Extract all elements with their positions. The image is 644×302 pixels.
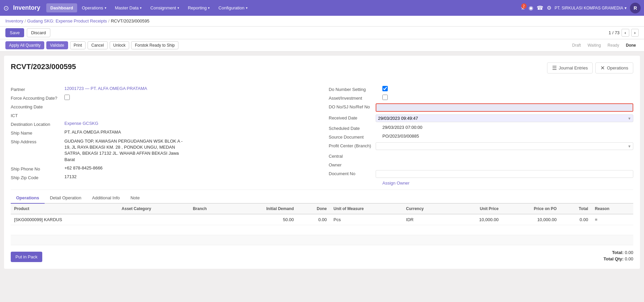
breadcrumb-current: RCVT/2023/000595 [111,18,149,23]
ict-row: ICT [11,111,315,119]
source-document-label: Source Document [329,134,382,140]
breadcrumb-receipt-list[interactable]: Gudang SKG: Expense Product Receipts [27,18,107,23]
action-status-row: Apply All Quantity Validate Print Cancel… [0,39,644,52]
scheduled-date-row: Scheduled Date 29/03/2023 07:00:00 [329,123,633,132]
total-value: 0.00 [625,250,633,255]
ict-label: ICT [11,112,64,118]
destination-location-value[interactable]: Expense GCSKG [64,121,315,126]
cell-uom: Pcs [330,214,402,225]
received-date-label: Received Date [329,114,376,120]
clock-icon[interactable]: ◉ [529,5,533,11]
document-no-input[interactable] [376,170,633,178]
save-discard-bar: Save Discard 1 / 73 ‹ › [0,27,644,39]
col-currency: Currency [403,204,451,214]
col-done: Done [297,204,330,214]
nav-item-master-data[interactable]: Master Data ▾ [111,3,146,12]
table-row: [SKG0000099] KARDUS 50.00 0.00 Pcs IDR 1… [11,214,633,225]
apply-all-quantity-button[interactable]: Apply All Quantity [5,41,44,49]
forstok-button[interactable]: Forstok Ready to Ship [131,41,178,49]
profit-center-wrap: ▼ [376,142,633,150]
table-empty-row-2 [11,235,633,245]
cell-price-on-po: 10,000.00 [502,214,560,225]
ship-name-value: PT. ALFA OMEGA PRATAMA [64,130,315,135]
profit-center-label: Profit Center (Branch) [329,142,376,149]
col-product: Product [11,204,118,214]
total-label: Total: [597,250,624,255]
grid-icon[interactable]: ⊙ [3,4,9,12]
scheduled-date-value: 29/03/2023 07:00:00 [382,125,633,130]
nav-item-dashboard[interactable]: Dashboard [46,3,77,12]
ship-phone-row: Ship Phone No +62 878-8425-8666 [11,164,315,173]
activity-badge: 2 [521,3,527,9]
force-accounting-row: Force Accounting Date? [11,93,315,102]
col-branch: Branch [190,204,230,214]
record-title: RCVT/2023/000595 [11,62,76,71]
scheduled-date-label: Scheduled Date [329,125,382,131]
chat-icon[interactable]: ☎ [537,5,543,11]
cell-asset-category [118,214,190,225]
profit-center-row: Profit Center (Branch) ▼ [329,141,633,151]
destination-location-row: Destination Location Expense GCSKG [11,119,315,128]
nav-item-operations[interactable]: Operations ▾ [78,3,110,12]
ship-address-value: GUDANG TOP, KAWASAN PERGUDANGAN WSK BLOK… [64,138,185,163]
settings-icon[interactable]: ⚙ [547,5,551,11]
assign-owner-link[interactable]: Assign Owner [382,181,410,186]
asset-investment-checkbox[interactable] [382,95,388,100]
discard-button[interactable]: Discard [27,28,50,37]
owner-row: Owner [329,160,633,169]
table-header: Product Asset Category Branch Initial De… [11,204,633,214]
print-button[interactable]: Print [70,41,86,49]
pagination-prev[interactable]: ‹ [622,29,629,37]
col-uom: Unit of Measure [330,204,402,214]
operations-button[interactable]: ✕ Operations [595,62,633,73]
app-title: Inventory [13,4,40,11]
ship-address-label: Ship Address [11,138,64,144]
do-number-checkbox[interactable] [382,86,388,91]
force-accounting-checkbox[interactable] [64,95,70,100]
partner-value[interactable]: 12001723 — PT. ALFA OMEGA PRATAMA [64,86,315,91]
owner-label: Owner [329,161,382,167]
user-avatar[interactable]: R [630,3,641,13]
table-body: [SKG0000099] KARDUS 50.00 0.00 Pcs IDR 1… [11,214,633,245]
cancel-button[interactable]: Cancel [88,41,107,49]
status-done: Done [623,42,639,48]
pagination-display: 1 / 73 [609,30,620,35]
totals-section: Total: 0.00 Total Qty: 0.00 [597,249,633,262]
cell-reason[interactable]: ≡ [591,214,633,225]
cell-unit-price: 10,000.00 [450,214,502,225]
nav-menu: Dashboard Operations ▾ Master Data ▾ Con… [46,3,518,12]
save-button[interactable]: Save [5,28,24,37]
journal-entries-button[interactable]: ☰ Journal Entries [547,62,593,73]
unlock-button[interactable]: Unlock [110,41,129,49]
source-document-row: Source Document PO/2023/03/00885 [329,132,633,141]
main-content: RCVT/2023/000595 ☰ Journal Entries ✕ Ope… [0,52,644,277]
do-sj-ref-label: DO No/SJ No/Ref No [329,103,376,109]
put-in-pack-button[interactable]: Put in Pack [11,252,42,262]
top-navigation: ⊙ Inventory Dashboard Operations ▾ Maste… [0,0,644,16]
save-discard-buttons: Save Discard [5,28,50,37]
company-selector[interactable]: PT. SIRKULASI KOMPAS GRAMEDIA ▾ [555,6,627,10]
ship-phone-label: Ship Phone No [11,165,64,171]
col-total: Total [560,204,591,214]
central-row: Central [329,151,633,160]
tab-detail-operation[interactable]: Detail Operation [45,193,87,204]
nav-item-reporting[interactable]: Reporting ▾ [184,3,214,12]
tab-additional-info[interactable]: Additional Info [87,193,125,204]
form-fields: Partner 12001723 — PT. ALFA OMEGA PRATAM… [11,85,633,187]
form-left-column: Partner 12001723 — PT. ALFA OMEGA PRATAM… [11,85,315,187]
accounting-date-row: Accounting Date [11,102,315,111]
status-waiting: Waiting [585,42,604,48]
chevron-down-icon: ▾ [177,6,179,10]
pagination-next[interactable]: › [631,29,639,37]
ship-zip-label: Ship Zip Code [11,174,64,180]
do-sj-ref-input[interactable] [376,103,633,112]
tab-note[interactable]: Note [125,193,145,204]
profit-center-input[interactable] [376,142,633,150]
validate-button[interactable]: Validate [46,41,68,49]
card-footer: Put in Pack Total: 0.00 Total Qty: 0.00 [11,245,633,262]
breadcrumb-inventory[interactable]: Inventory [5,18,23,23]
nav-item-configuration[interactable]: Configuration ▾ [214,3,251,12]
nav-item-consignment[interactable]: Consignment ▾ [146,3,183,12]
tab-operations[interactable]: Operations [11,193,45,204]
received-date-input[interactable] [376,114,633,122]
